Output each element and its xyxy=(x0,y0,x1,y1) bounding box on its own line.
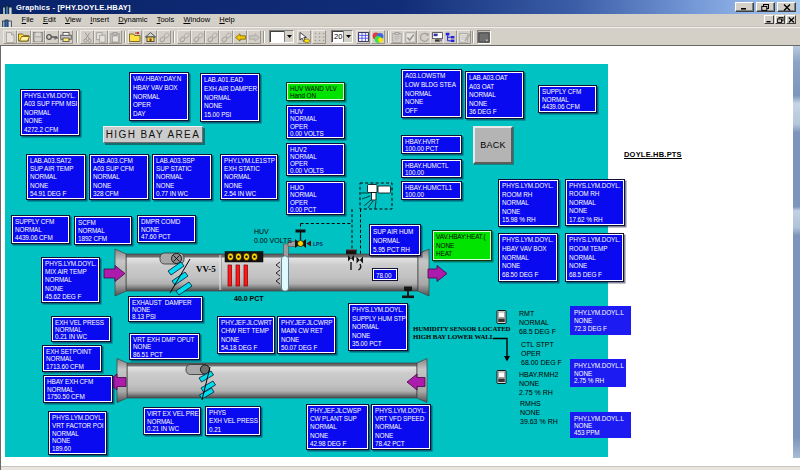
toolbar-palette-button[interactable] xyxy=(371,30,385,44)
point-box[interactable]: HBAY.HVRT100.00 PCT xyxy=(401,135,462,154)
toolbar-copy-button[interactable] xyxy=(94,30,108,44)
toolbar-fullscreen-button[interactable] xyxy=(477,30,491,44)
point-box[interactable]: PHY.LYM.DOYL.LNONE453 PPM xyxy=(570,412,631,438)
mdi-restore-button[interactable] xyxy=(775,15,785,24)
point-box[interactable]: PHYS.LYM.DOYL.A03 SUP FPM MSINORMALNONE4… xyxy=(20,89,80,136)
restore-button[interactable] xyxy=(756,2,775,12)
zoom-level-combo[interactable]: 20 xyxy=(331,30,353,43)
toolbar-link-button[interactable] xyxy=(205,30,219,44)
point-box[interactable]: PHYS.LYM.DOYL.MIX AIR TEMPNORMALNONE45.6… xyxy=(41,257,100,303)
toolbar-open-folder-button[interactable] xyxy=(17,30,31,44)
point-box[interactable]: PHYSEXH VEL PRESS0.21 xyxy=(205,406,261,436)
point-box[interactable]: 78.00 xyxy=(373,269,397,280)
point-box[interactable]: EXH VEL PRESSNORMAL0.21 IN WC xyxy=(51,316,111,342)
toolbar-link-button[interactable] xyxy=(219,30,233,44)
toolbar-check-page-button[interactable] xyxy=(403,30,417,44)
menu-item-view[interactable]: View xyxy=(60,14,85,26)
point-box[interactable]: HBAY EXH CFMNORMAL1750.50 CFM xyxy=(43,375,113,403)
point-box[interactable]: PHY.JEF.JLCWSPCW PLANT SUPNORMALNONE42.9… xyxy=(306,404,369,450)
page-reference-link[interactable]: DOYLE.HB.PTS xyxy=(624,150,682,159)
point-box[interactable]: SCFMNORMAL1892 CFM xyxy=(74,216,132,245)
point-box-line: 15.98 % RH xyxy=(502,216,558,225)
toolbar-clipboard-button[interactable] xyxy=(390,30,404,44)
point-box[interactable]: HUONORMALOPER0.00 PCT xyxy=(286,181,345,215)
point-box-line: 78.42 PCT xyxy=(375,440,430,448)
window-edge-scrollbar[interactable] xyxy=(793,46,800,458)
menu-item-window[interactable]: Window xyxy=(179,14,215,26)
menu-item-file[interactable]: File xyxy=(17,14,38,26)
point-box[interactable]: LAB.A03.CFMA03 SUP CFMNORMALNONE328 CFM xyxy=(89,154,149,200)
point-box[interactable]: A03.LOWSTMLOW BLDG STEANORMALNONEOFF xyxy=(401,69,462,118)
toolbar-pointer-button[interactable] xyxy=(297,30,311,44)
mdi-close-button[interactable] xyxy=(786,15,796,24)
toolbar-tree-button[interactable] xyxy=(443,30,457,44)
point-box[interactable]: LAB.A03.OATA03 OATNORMALNONE36 DEG F xyxy=(465,71,524,119)
point-box[interactable]: PHY.JEF.JLCWRTCHW RET TEMPNONE54.18 DEG … xyxy=(217,316,275,354)
point-box[interactable]: SUP AIR HUMNORMAL5.95 PCT RH xyxy=(369,224,421,256)
menu-item-dynamic[interactable]: Dynamic xyxy=(114,14,152,26)
point-box[interactable]: PHYS.LYM.DOYL.ROOM RHNORMALNONE17.62 % R… xyxy=(565,179,625,226)
point-box[interactable]: EXHAUST DAMPERNONE8.13 PSI xyxy=(128,296,203,322)
toolbar-link-button[interactable] xyxy=(191,30,205,44)
point-box[interactable]: EXH SETPOINTNORMAL1713.60 CFM xyxy=(42,345,102,372)
point-box[interactable]: VRT EXH DMP OPUTNONE86.51 PCT xyxy=(129,333,200,360)
point-box[interactable]: PHYS.LYM.DOYL.VRT FACTOR POINORMALNONE18… xyxy=(48,411,107,455)
close-button[interactable] xyxy=(777,2,796,12)
minimize-button[interactable] xyxy=(735,2,754,12)
point-box[interactable]: PHYS.LYM.DOYL.ROOM RHNORMALNONE15.98 % R… xyxy=(498,179,559,227)
point-box-line: 0.00 VOLTS xyxy=(290,130,344,137)
point-box-line: VAV.HBAY:HEAT.( xyxy=(436,233,491,242)
point-box[interactable]: PHYS.LYM.DOYL.SUPPLY HUM STPNORMALNONE35… xyxy=(348,303,408,351)
toolbar-grid-button[interactable] xyxy=(312,30,326,44)
menu-item-insert[interactable]: Insert xyxy=(86,14,114,26)
point-box[interactable]: PHYS.LYM.DOYL.VRT VFD SPEEDNORMALNONE78.… xyxy=(371,404,431,450)
toolbar-key-button[interactable] xyxy=(45,30,59,44)
point-box[interactable]: HBAY.HUMCTL100.00 xyxy=(401,159,462,178)
toolbar-cut-button[interactable] xyxy=(80,30,94,44)
back-button[interactable]: BACK xyxy=(473,126,513,164)
toolbar-open-graphic-button[interactable] xyxy=(128,30,142,44)
toolbar-link-button[interactable] xyxy=(157,30,171,44)
menu-item-edit[interactable]: Edit xyxy=(38,14,60,26)
chevron-down-icon[interactable] xyxy=(284,31,293,42)
toolbar-home-button[interactable] xyxy=(143,30,157,44)
toolbar-paste-button[interactable] xyxy=(108,30,122,44)
point-box[interactable]: PHY.LYM.DOYL.LNONE2.75 % RH xyxy=(570,359,626,387)
mdi-minimize-button[interactable] xyxy=(764,15,774,24)
toolbar-forward-arrow-button[interactable] xyxy=(247,30,261,44)
point-box[interactable]: HUVNORMALOPER0.00 VOLTS xyxy=(286,105,345,139)
toolbar-print-button[interactable] xyxy=(59,30,73,44)
point-box[interactable]: DMPR COMDNONE47.60 PCT xyxy=(137,215,196,243)
point-box[interactable]: HUV2NORMALOPER0.00 VOLTS xyxy=(286,143,345,176)
chevron-down-icon[interactable] xyxy=(343,31,352,42)
toolbar-edit-page-button[interactable] xyxy=(457,30,471,44)
point-box-line: NORMAL xyxy=(373,236,420,245)
toolbar-table-button[interactable] xyxy=(356,30,370,44)
point-box[interactable]: HUV WAND VLVHand ON xyxy=(286,82,345,101)
toolbar-save-view-button[interactable] xyxy=(430,30,444,44)
toolbar-save-floppy-button[interactable] xyxy=(31,30,45,44)
point-box[interactable]: VAV.HBAY:DAY.NHBAY VAV BOXNORMALOPERDAY xyxy=(129,72,189,121)
print-icon xyxy=(60,32,72,42)
toolbar-new-page-button[interactable] xyxy=(3,30,17,44)
toolbar-link-button[interactable] xyxy=(177,30,191,44)
point-box-line: 0.21 xyxy=(209,426,260,434)
menu-item-help[interactable]: Help xyxy=(215,14,240,26)
point-box[interactable]: HBAY.HUMCTL1100.00 xyxy=(401,181,462,200)
point-box[interactable]: PHY.LYM.DOYL.LNONE72.3 DEG F xyxy=(570,306,631,335)
point-box[interactable]: LAB.A01.EADEXH AIR DAMPERNORMALNONE15.00… xyxy=(200,73,260,122)
menu-item-tools[interactable]: Tools xyxy=(152,14,179,26)
point-box[interactable]: LAB.A03.SSPSUP STATICNORMALNONE0.77 IN W… xyxy=(152,154,212,200)
toolbar-back-arrow-button[interactable] xyxy=(233,30,247,44)
point-box[interactable]: PHYS.LYM.DOYL.ROOM TEMPNORMALNONE68.5 DE… xyxy=(565,233,624,282)
point-box[interactable]: SUPPLY CFMNORMAL4439.06 CFM xyxy=(11,215,70,244)
toolbar-refresh-button[interactable] xyxy=(417,30,431,44)
point-box[interactable]: VIRT EX VEL PRENORMAL0.21 IN WC xyxy=(143,407,201,435)
point-box[interactable]: VAV.HBAY:HEAT.(NONEHEAT xyxy=(432,230,492,261)
point-box[interactable]: LAB.A03.SAT2SUP AIR TEMPNORMALNONE54.91 … xyxy=(26,154,86,200)
point-box[interactable]: PHYS.LYM.DOYL.HBAY VAV BOXNORMALNONE68.5… xyxy=(498,233,558,282)
graphic-select-combo[interactable] xyxy=(269,30,294,43)
point-box[interactable]: PHY.JEF.JLCWRPMAIN CW RETNONE50.07 DEG F xyxy=(277,316,336,354)
point-box[interactable]: PHY.LYM.LE1STPEXH STATICNORMALNONE2.54 I… xyxy=(220,154,278,200)
point-box[interactable]: SUPPLY CFMNORMAL4439.06 CFM xyxy=(538,85,597,113)
